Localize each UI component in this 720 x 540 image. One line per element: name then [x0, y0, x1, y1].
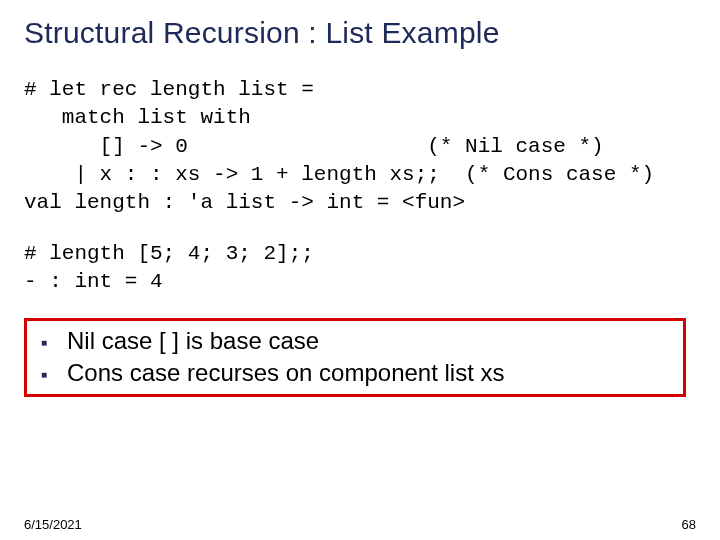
callout-box: ■ Nil case [ ] is base case ■ Cons case …: [24, 318, 686, 396]
list-item: ■ Cons case recurses on component list x…: [35, 357, 675, 388]
footer: 6/15/2021 68: [24, 517, 696, 532]
code-block-1: # let rec length list = match list with …: [24, 76, 696, 218]
bullet-icon: ■: [41, 368, 59, 381]
code-block-2: # length [5; 4; 3; 2];; - : int = 4: [24, 240, 696, 297]
bullet-text: Nil case [ ] is base case: [67, 325, 319, 356]
bullet-text: Cons case recurses on component list xs: [67, 357, 505, 388]
page-title: Structural Recursion : List Example: [24, 16, 696, 50]
bullet-icon: ■: [41, 336, 59, 349]
footer-date: 6/15/2021: [24, 517, 82, 532]
page-number: 68: [682, 517, 696, 532]
list-item: ■ Nil case [ ] is base case: [35, 325, 675, 356]
slide: Structural Recursion : List Example # le…: [0, 0, 720, 540]
